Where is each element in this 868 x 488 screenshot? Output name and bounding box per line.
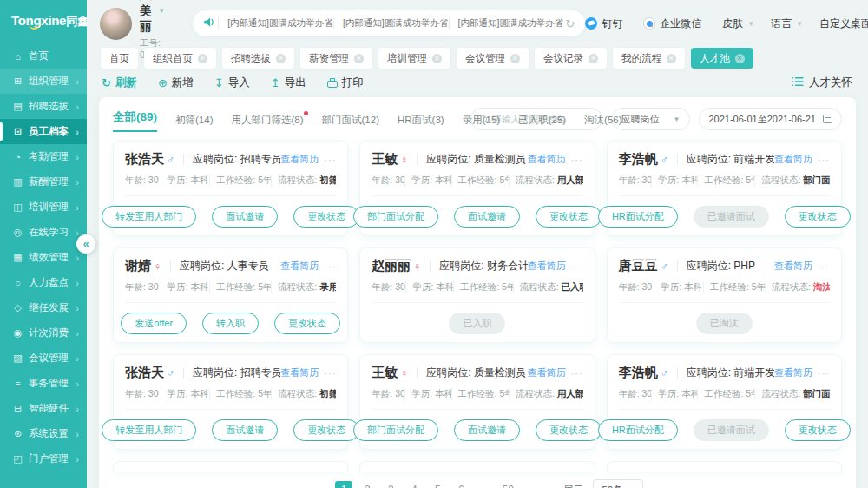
close-icon[interactable]: × [198,54,207,63]
card-action-button[interactable]: 更改状态 [785,206,851,228]
sidebar-item-salary[interactable]: ▥ 薪酬管理 › [0,169,87,195]
filter-tab-eliminated[interactable]: 淘汰(56) [584,114,621,132]
sidebar-item-recruitment[interactable]: ▤ 招聘选拔 › [0,94,87,119]
sidebar-item-meeting-management[interactable]: ▧ 会议管理 › [0,346,87,371]
card-action-button[interactable]: 已邀请面试 [694,419,769,441]
card-action-button[interactable]: 更改状态 [293,419,359,441]
card-action-button[interactable]: 已邀请面试 [694,206,769,228]
filter-tab-first-screening[interactable]: 初筛(14) [175,114,213,132]
page-button-4[interactable]: 4 [405,481,423,488]
page-button-6[interactable]: 6 [452,481,470,488]
tab-recruitment[interactable]: 招聘选拔 × [222,48,294,69]
sidebar-item-training[interactable]: ◫ 培训管理 › [0,195,87,220]
view-resume-link[interactable]: 查看简历 [528,366,566,379]
announcement-item[interactable]: [内部通知]圆满成功举办省人协会员... [449,17,564,30]
card-action-button[interactable]: 发送offer [121,313,187,334]
card-action-button[interactable]: 更改状态 [785,419,851,441]
close-icon[interactable]: × [432,54,442,63]
sidebar-item-affairs-management[interactable]: ≡ 事务管理 › [0,371,87,396]
filter-tab-dept-screening[interactable]: 用人部门筛选(8) [231,114,303,132]
card-action-button[interactable]: 转发至用人部门 [102,206,196,228]
more-actions-icon[interactable]: ··· [818,261,830,272]
card-action-button[interactable]: 已入职 [449,313,505,334]
filter-tab-all[interactable]: 全部(89) [113,109,157,132]
position-filter-select[interactable]: 应聘岗位 ▼ [611,108,691,130]
card-action-button[interactable]: 更改状态 [293,206,359,228]
more-actions-icon[interactable]: ··· [571,155,583,165]
date-range-picker[interactable]: 2021-06-01至2021-06-21 [699,108,842,130]
tab-org-home[interactable]: 组织首页 × [144,48,216,69]
more-actions-icon[interactable]: ··· [324,261,336,272]
card-action-button[interactable]: 面试邀请 [454,206,520,228]
user-avatar[interactable] [100,8,132,40]
card-action-button[interactable]: 部门面试分配 [353,206,438,228]
sidebar-item-succession[interactable]: ◇ 继任发展 › [0,295,87,320]
card-action-button[interactable]: 面试邀请 [454,419,520,441]
more-actions-icon[interactable]: ··· [818,155,830,165]
card-action-button[interactable]: 部门面试分配 [353,419,438,441]
sidebar-item-home[interactable]: ⌂ 首页 [0,43,87,69]
card-action-button[interactable]: 更改状态 [274,313,340,334]
sidebar-item-attendance[interactable]: ◔ 考勤管理 › [0,144,87,169]
more-actions-icon[interactable]: ··· [324,155,336,165]
sidebar-item-smart-hardware[interactable]: ⊟ 智能硬件 › [0,396,87,421]
close-icon[interactable]: × [667,54,676,63]
view-resume-link[interactable]: 查看简历 [280,366,319,379]
sidebar-item-portal-management[interactable]: ◰ 门户管理 › [0,446,87,472]
tab-meeting[interactable]: 会议管理 × [457,48,529,69]
sidebar-item-hr-inventory[interactable]: ○ 人力盘点 › [0,270,87,295]
card-action-button[interactable]: 更改状态 [536,419,602,441]
topbar-action-custom-desktop[interactable]: 自定义桌面 ▼ [819,16,868,31]
page-size-select[interactable]: 50条 ▾ [593,479,642,488]
card-action-button[interactable]: 面试邀请 [212,419,278,441]
close-icon[interactable]: × [589,54,598,63]
sidebar-item-online-learning[interactable]: ◎ 在线学习 › [0,220,87,245]
sidebar-item-employee-files[interactable]: ⊡ 员工档案 › [0,119,87,144]
view-resume-link[interactable]: 查看简历 [774,366,812,379]
sidebar-item-metered-consumption[interactable]: ◉ 计次消费 › [0,320,87,346]
more-actions-icon[interactable]: ··· [571,261,583,272]
tab-my-process[interactable]: 我的流程 × [613,48,685,69]
topbar-action-dingtalk[interactable]: 钉钉 [585,16,627,31]
close-icon[interactable]: × [354,54,364,63]
talent-care-button[interactable]: 人才关怀 [792,76,852,90]
page-button-50[interactable]: 50 [499,481,516,488]
sidebar-collapse-button[interactable]: « [76,234,95,254]
view-resume-link[interactable]: 查看简历 [774,153,812,166]
page-button-prev[interactable]: ‹ [312,481,329,488]
close-icon[interactable]: × [510,54,520,63]
filter-tab-dept-interview[interactable]: 部门面试(12) [322,114,379,132]
announcement-item[interactable]: [内部通知]圆满成功举办省人协会员... [218,17,333,30]
view-resume-link[interactable]: 查看简历 [280,260,319,273]
tab-meeting-records[interactable]: 会议记录 × [535,48,607,69]
toolbar-refresh-button[interactable]: 刷新 [102,76,137,90]
card-action-button[interactable]: HR面试分配 [598,206,678,228]
page-button-next[interactable]: › [523,481,540,488]
close-icon[interactable]: × [276,54,286,63]
user-menu[interactable]: 王美丽 ▼ [140,0,165,35]
tab-home[interactable]: 首页 × [101,48,138,69]
sidebar-item-system-settings[interactable]: ⊛ 系统设置 › [0,421,87,446]
close-icon[interactable]: × [735,54,745,63]
page-button-ellipsis[interactable]: ... [476,481,493,488]
tab-salary[interactable]: 薪资管理 × [300,48,372,69]
more-actions-icon[interactable]: ··· [571,368,583,379]
page-button-3[interactable]: 3 [382,481,399,488]
sidebar-item-performance[interactable]: ▦ 绩效管理 › [0,245,87,270]
view-resume-link[interactable]: 查看简历 [528,153,566,166]
topbar-action-skin[interactable]: 皮肤 ▼ [722,16,754,31]
page-button-5[interactable]: 5 [429,481,446,488]
card-action-button[interactable]: 面试邀请 [212,206,278,228]
more-actions-icon[interactable]: ··· [818,368,830,379]
tab-talent-pool[interactable]: 人才池 × [691,48,753,69]
page-button-2[interactable]: 2 [358,481,376,488]
toolbar-add-button[interactable]: 新增 [158,76,194,90]
page-button-1[interactable]: 1 [335,481,352,488]
card-action-button[interactable]: HR面试分配 [598,419,678,441]
sidebar-item-org-management[interactable]: ⊞ 组织管理 › [0,69,87,94]
card-action-button[interactable]: 更改状态 [536,206,602,228]
topbar-action-wecom[interactable]: 企业微信 [643,16,706,31]
view-resume-link[interactable]: 查看简历 [528,260,566,273]
card-action-button[interactable]: 转入职 [202,313,259,334]
card-action-button[interactable]: 已淘汰 [696,313,753,334]
